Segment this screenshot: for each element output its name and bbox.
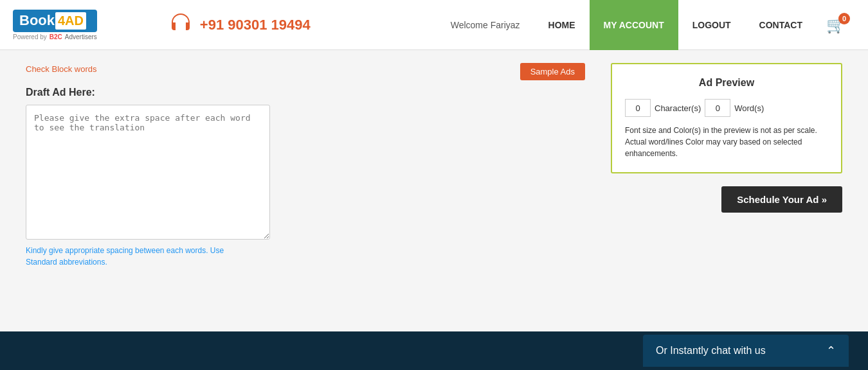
main-content: Check Block words Sample Ads Draft Ad He… <box>0 50 868 331</box>
nav: Welcome Fariyaz HOME MY ACCOUNT LOGOUT C… <box>437 0 855 49</box>
nav-welcome: Welcome Fariyaz <box>437 0 534 50</box>
characters-row: 0 Character(s) 0 Word(s) <box>625 99 828 117</box>
logo-book: Book <box>19 12 55 29</box>
phone-number[interactable]: +91 90301 19494 <box>200 17 311 33</box>
header: Book 4AD Powered by B2C Advertisers +91 … <box>0 0 868 50</box>
words-label: Word(s) <box>734 103 764 113</box>
left-panel: Check Block words Sample Ads Draft Ad He… <box>26 63 585 319</box>
nav-logout[interactable]: LOGOUT <box>678 0 745 50</box>
characters-label: Character(s) <box>655 103 701 113</box>
chat-widget[interactable]: Or Instantly chat with us ⌃ <box>643 335 849 367</box>
powered-by-text: Powered by <box>13 33 47 40</box>
cart-button[interactable]: 🛒 0 <box>817 16 855 34</box>
logo[interactable]: Book 4AD Powered by B2C Advertisers <box>13 10 97 40</box>
headset-icon <box>168 10 194 40</box>
top-row: Check Block words Sample Ads <box>26 63 585 80</box>
nav-home[interactable]: HOME <box>534 0 590 50</box>
nav-my-account[interactable]: MY ACCOUNT <box>590 0 678 50</box>
sample-ads-button[interactable]: Sample Ads <box>520 63 585 80</box>
ad-preview-title: Ad Preview <box>625 77 828 89</box>
chat-label: Or Instantly chat with us <box>656 345 766 357</box>
check-block-words-link[interactable]: Check Block words <box>26 64 97 74</box>
draft-textarea[interactable] <box>26 105 270 240</box>
right-panel: Ad Preview 0 Character(s) 0 Word(s) Font… <box>611 63 842 319</box>
spacing-note: Kindly give appropriate spacing between … <box>26 245 585 268</box>
logo-sub: Powered by B2C Advertisers <box>13 33 97 40</box>
ad-preview-box: Ad Preview 0 Character(s) 0 Word(s) Font… <box>611 63 842 173</box>
phone-wrap: +91 90301 19494 <box>168 10 311 40</box>
cart-badge: 0 <box>838 13 850 24</box>
logo-box: Book 4AD <box>13 10 97 32</box>
draft-label: Draft Ad Here: <box>26 87 585 98</box>
characters-count-box: 0 <box>625 99 651 117</box>
chevron-up-icon: ⌃ <box>826 344 836 358</box>
advertisers-text: Advertisers <box>65 33 97 40</box>
words-count-box: 0 <box>705 99 730 117</box>
schedule-button[interactable]: Schedule Your Ad » <box>721 186 842 213</box>
b2c-text: B2C <box>50 33 62 40</box>
nav-contact[interactable]: CONTACT <box>745 0 817 50</box>
logo-4ad: 4AD <box>55 12 86 30</box>
preview-note: Font size and Color(s) in the preview is… <box>625 125 828 159</box>
footer: Or Instantly chat with us ⌃ <box>0 331 868 370</box>
